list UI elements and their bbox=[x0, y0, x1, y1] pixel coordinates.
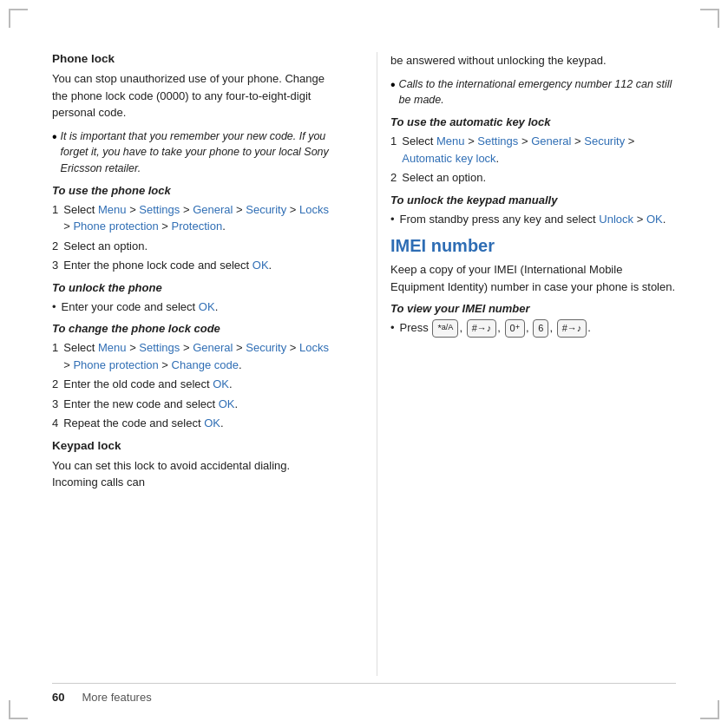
auto-step-num-2: 2 bbox=[390, 169, 397, 187]
link-unlock[interactable]: Unlock bbox=[599, 213, 633, 226]
bullet-dot-imei: • bbox=[390, 319, 395, 338]
link-settings-1[interactable]: Settings bbox=[139, 203, 180, 216]
page: Phone lock You can stop unauthorized use… bbox=[0, 0, 728, 728]
phone-lock-title: Phone lock bbox=[52, 52, 338, 65]
link-change-code[interactable]: Change code bbox=[172, 358, 239, 371]
phone-lock-note: • It is important that you remember your… bbox=[52, 128, 338, 177]
link-phone-protection-2[interactable]: Phone protection bbox=[73, 358, 158, 371]
exclamation-bullet-2: • bbox=[390, 75, 396, 95]
link-ok-1[interactable]: OK bbox=[253, 259, 269, 272]
change-step-4-text: Repeat the code and select OK. bbox=[63, 415, 223, 432]
imei-press-bullet: • Press *a/A, #→♪, 0+, 6, #→♪. bbox=[390, 319, 676, 338]
footer-section: More features bbox=[82, 691, 151, 704]
auto-step-2: 2 Select an option. bbox=[390, 169, 676, 187]
step-1-text: Select Menu > Settings > General > Secur… bbox=[63, 201, 338, 235]
change-step-2-text: Enter the old code and select OK. bbox=[63, 376, 232, 393]
right-column: be answered without unlocking the keypad… bbox=[377, 52, 676, 676]
phone-lock-note-text: It is important that you remember your n… bbox=[61, 128, 338, 177]
step-num-3: 3 bbox=[52, 257, 58, 274]
corner-mark-tr bbox=[700, 9, 719, 28]
imei-view-title: To view your IMEI number bbox=[390, 302, 676, 315]
link-security-1[interactable]: Security bbox=[246, 203, 286, 216]
link-locks-2[interactable]: Locks bbox=[299, 341, 329, 354]
link-security-auto[interactable]: Security bbox=[584, 134, 625, 148]
imei-body: Keep a copy of your IMEI (International … bbox=[390, 261, 676, 295]
link-menu-2[interactable]: Menu bbox=[98, 341, 127, 354]
link-general-auto[interactable]: General bbox=[531, 134, 571, 148]
link-settings-2[interactable]: Settings bbox=[139, 341, 180, 354]
change-code-title: To change the phone lock code bbox=[52, 322, 338, 335]
unlock-bullet: • Enter your code and select OK. bbox=[52, 298, 338, 316]
imei-press-text: Press *a/A, #→♪, 0+, 6, #→♪. bbox=[400, 319, 591, 338]
auto-step-num-1: 1 bbox=[390, 133, 397, 167]
change-step-num-3: 3 bbox=[52, 396, 58, 413]
change-step-4: 4 Repeat the code and select OK. bbox=[52, 415, 338, 432]
change-steps: 1 Select Menu > Settings > General > Sec… bbox=[52, 339, 338, 432]
auto-step-1-text: Select Menu > Settings > General > Secur… bbox=[402, 133, 676, 167]
link-locks-1[interactable]: Locks bbox=[299, 203, 329, 216]
link-general-2[interactable]: General bbox=[193, 341, 233, 354]
unlock-phone-title: To unlock the phone bbox=[52, 281, 338, 294]
link-menu-auto[interactable]: Menu bbox=[436, 134, 465, 148]
manual-unlock-title: To unlock the keypad manually bbox=[390, 193, 676, 207]
imei-heading: IMEI number bbox=[390, 236, 676, 256]
link-settings-auto[interactable]: Settings bbox=[477, 134, 518, 148]
link-ok-change-2[interactable]: OK bbox=[213, 377, 229, 390]
key-btn-hash1: #→♪ bbox=[467, 319, 497, 338]
step-3-text: Enter the phone lock code and select OK. bbox=[63, 257, 272, 274]
keypad-lock-body: You can set this lock to avoid accidenta… bbox=[52, 457, 338, 491]
auto-step-1: 1 Select Menu > Settings > General > Sec… bbox=[390, 133, 676, 167]
link-ok-change-3[interactable]: OK bbox=[219, 397, 235, 410]
manual-unlock-text: From standby press any key and select Un… bbox=[400, 211, 666, 228]
change-step-num-2: 2 bbox=[52, 376, 58, 393]
left-column: Phone lock You can stop unauthorized use… bbox=[52, 52, 351, 676]
auto-steps: 1 Select Menu > Settings > General > Sec… bbox=[390, 133, 676, 187]
footer-page-number: 60 bbox=[52, 691, 64, 704]
step-2-text: Select an option. bbox=[63, 238, 148, 255]
manual-unlock-bullet: • From standby press any key and select … bbox=[390, 211, 676, 228]
change-step-num-4: 4 bbox=[52, 415, 58, 432]
link-protection-1[interactable]: Protection bbox=[172, 220, 223, 233]
corner-mark-tl bbox=[9, 9, 28, 28]
auto-step-2-text: Select an option. bbox=[402, 169, 486, 187]
change-step-2: 2 Enter the old code and select OK. bbox=[52, 376, 338, 393]
link-security-2[interactable]: Security bbox=[246, 341, 286, 354]
corner-mark-bl bbox=[9, 700, 28, 719]
phone-lock-body: You can stop unauthorized use of your ph… bbox=[52, 70, 338, 121]
change-step-num-1: 1 bbox=[52, 339, 58, 373]
link-ok-change-4[interactable]: OK bbox=[204, 416, 220, 430]
bullet-dot-1: • bbox=[52, 298, 56, 316]
bullet-dot-manual: • bbox=[390, 211, 395, 228]
keypad-note-text: Calls to the international emergency num… bbox=[399, 76, 676, 109]
use-lock-step-3: 3 Enter the phone lock code and select O… bbox=[52, 257, 338, 274]
exclamation-bullet: • bbox=[52, 127, 57, 148]
change-step-1-text: Select Menu > Settings > General > Secur… bbox=[63, 339, 338, 373]
use-lock-step-2: 2 Select an option. bbox=[52, 238, 338, 255]
link-phone-protection-1[interactable]: Phone protection bbox=[73, 220, 158, 233]
key-btn-six: 6 bbox=[533, 319, 548, 338]
key-btn-hash2: #→♪ bbox=[557, 319, 587, 338]
corner-mark-br bbox=[700, 700, 719, 719]
keypad-note: • Calls to the international emergency n… bbox=[390, 76, 676, 109]
link-ok-manual[interactable]: OK bbox=[646, 213, 663, 226]
keypad-lock-cont: be answered without unlocking the keypad… bbox=[390, 52, 676, 69]
key-btn-zero: 0+ bbox=[505, 319, 525, 338]
keypad-lock-title: Keypad lock bbox=[52, 439, 338, 452]
use-phone-lock-title: To use the phone lock bbox=[52, 184, 338, 197]
auto-key-title: To use the automatic key lock bbox=[390, 115, 676, 128]
content-area: Phone lock You can stop unauthorized use… bbox=[52, 52, 676, 676]
change-step-1: 1 Select Menu > Settings > General > Sec… bbox=[52, 339, 338, 373]
use-lock-step-1: 1 Select Menu > Settings > General > Sec… bbox=[52, 201, 338, 235]
use-lock-steps: 1 Select Menu > Settings > General > Sec… bbox=[52, 201, 338, 274]
step-num-2: 2 bbox=[52, 238, 58, 255]
page-footer: 60 More features bbox=[52, 683, 676, 704]
link-menu-1[interactable]: Menu bbox=[98, 203, 127, 216]
link-auto-key-lock[interactable]: Automatic key lock bbox=[402, 152, 495, 165]
step-num-1: 1 bbox=[52, 201, 58, 235]
key-btn-star: *a/A bbox=[432, 319, 458, 338]
change-step-3-text: Enter the new code and select OK. bbox=[63, 396, 238, 413]
unlock-text: Enter your code and select OK. bbox=[62, 298, 219, 316]
link-ok-unlock[interactable]: OK bbox=[199, 300, 215, 313]
change-step-3: 3 Enter the new code and select OK. bbox=[52, 396, 338, 413]
link-general-1[interactable]: General bbox=[193, 203, 233, 216]
